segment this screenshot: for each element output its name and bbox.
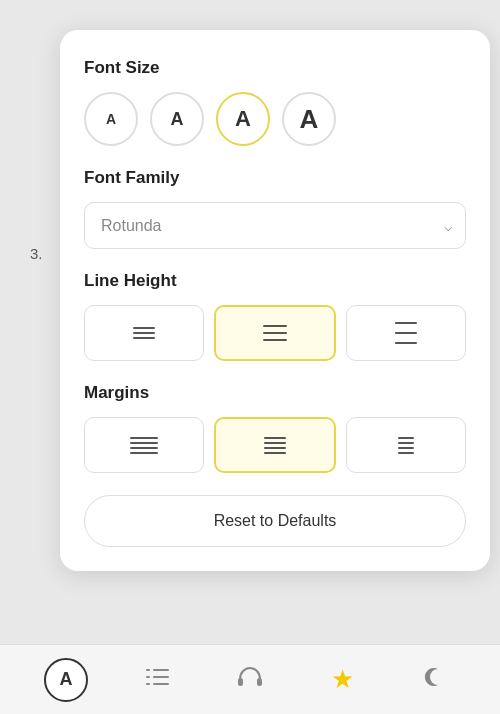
svg-rect-4 xyxy=(146,683,150,685)
star-icon: ★ xyxy=(331,664,354,695)
svg-rect-1 xyxy=(153,669,169,671)
headphones-nav-item[interactable] xyxy=(225,655,275,705)
svg-rect-5 xyxy=(153,683,169,685)
font-size-xlarge-button[interactable]: A xyxy=(282,92,336,146)
moon-nav-item[interactable] xyxy=(409,655,459,705)
font-size-row: A A A A xyxy=(84,92,466,146)
margins-label: Margins xyxy=(84,383,466,403)
font-size-large-button[interactable]: A xyxy=(216,92,270,146)
font-family-label: Font Family xyxy=(84,168,466,188)
font-size-small-button[interactable]: A xyxy=(84,92,138,146)
font-icon: A xyxy=(44,658,88,702)
font-family-select-wrapper: Rotunda Georgia Arial Times New Roman ⌵ xyxy=(84,202,466,249)
margins-spacious-button[interactable] xyxy=(346,417,466,473)
margins-options xyxy=(84,417,466,473)
font-size-medium-button[interactable]: A xyxy=(150,92,204,146)
star-nav-item[interactable]: ★ xyxy=(317,655,367,705)
line-height-section: Line Height xyxy=(84,271,466,361)
margins-compact-button[interactable] xyxy=(84,417,204,473)
svg-rect-3 xyxy=(153,676,169,678)
list-nav-item[interactable] xyxy=(133,655,183,705)
normal-lines-icon xyxy=(263,325,287,341)
line-height-spacious-button[interactable] xyxy=(346,305,466,361)
list-icon xyxy=(146,667,170,693)
margins-section: Margins xyxy=(84,383,466,473)
margins-compact-icon xyxy=(130,437,158,454)
svg-rect-2 xyxy=(146,676,150,678)
compact-lines-icon xyxy=(133,327,155,339)
bg-list-number: 3. xyxy=(30,245,43,262)
settings-panel: Font Size A A A A Font Family Rotunda Ge… xyxy=(60,30,490,571)
svg-rect-0 xyxy=(146,669,150,671)
spacious-lines-icon xyxy=(395,322,417,344)
moon-icon xyxy=(423,666,445,694)
svg-rect-7 xyxy=(257,678,262,686)
font-family-section: Font Family Rotunda Georgia Arial Times … xyxy=(84,168,466,249)
font-nav-item[interactable]: A xyxy=(41,655,91,705)
line-height-compact-button[interactable] xyxy=(84,305,204,361)
font-size-label: Font Size xyxy=(84,58,466,78)
margins-spacious-icon xyxy=(398,437,414,454)
font-family-select[interactable]: Rotunda Georgia Arial Times New Roman xyxy=(84,202,466,249)
line-height-normal-button[interactable] xyxy=(214,305,336,361)
reset-defaults-button[interactable]: Reset to Defaults xyxy=(84,495,466,547)
margins-normal-icon xyxy=(264,437,286,454)
headphones-icon xyxy=(237,666,263,694)
bottom-nav: A ★ xyxy=(0,644,500,714)
line-height-options xyxy=(84,305,466,361)
svg-rect-6 xyxy=(238,678,243,686)
line-height-label: Line Height xyxy=(84,271,466,291)
margins-normal-button[interactable] xyxy=(214,417,336,473)
